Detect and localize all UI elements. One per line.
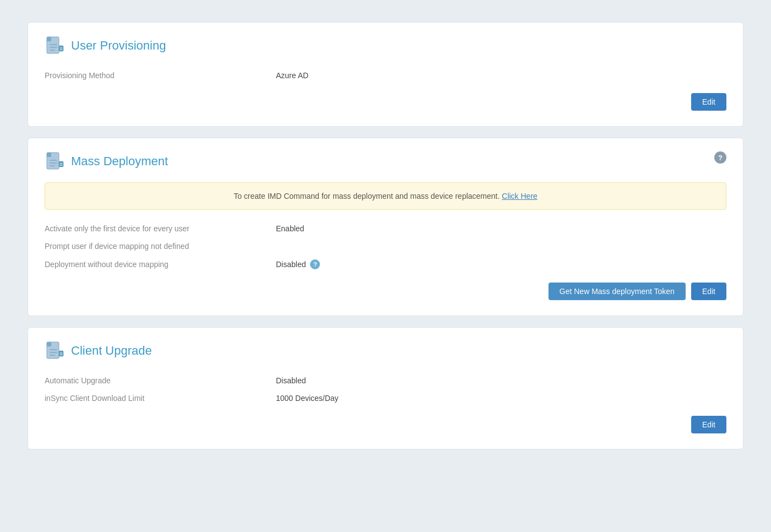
- automatic-upgrade-value: Disabled: [276, 376, 306, 385]
- svg-rect-5: [59, 46, 63, 51]
- user-provisioning-icon: [45, 36, 64, 56]
- mass-deployment-card: Mass Deployment ? To create IMD Command …: [28, 138, 743, 316]
- get-token-button[interactable]: Get New Mass deployment Token: [549, 283, 686, 300]
- mass-deployment-header: Mass Deployment: [45, 151, 726, 171]
- mass-deployment-icon: [45, 151, 64, 171]
- mass-deployment-actions: Get New Mass deployment Token Edit: [45, 283, 726, 300]
- help-icon[interactable]: ?: [714, 151, 726, 164]
- prompt-user-row: Prompt user if device mapping not define…: [45, 237, 726, 255]
- deployment-without-mapping-value: Disabled ?: [276, 259, 320, 269]
- client-upgrade-edit-button[interactable]: Edit: [691, 416, 726, 433]
- user-provisioning-edit-button[interactable]: Edit: [691, 93, 726, 111]
- user-provisioning-card: User Provisioning Provisioning Method Az…: [28, 22, 743, 127]
- svg-rect-21: [59, 351, 63, 356]
- provisioning-method-label: Provisioning Method: [45, 71, 276, 80]
- banner-link[interactable]: Click Here: [502, 192, 537, 200]
- svg-rect-13: [59, 161, 63, 167]
- provisioning-method-row: Provisioning Method Azure AD: [45, 67, 726, 84]
- mass-deployment-help-button[interactable]: ?: [714, 151, 726, 164]
- activate-first-device-value: Enabled: [276, 224, 304, 233]
- mass-deployment-banner: To create IMD Command for mass deploymen…: [45, 182, 726, 210]
- banner-text: To create IMD Command for mass deploymen…: [234, 192, 499, 200]
- client-upgrade-icon: [45, 341, 64, 361]
- download-limit-row: inSync Client Download Limit 1000 Device…: [45, 389, 726, 407]
- deployment-without-mapping-label: Deployment without device mapping: [45, 260, 276, 269]
- prompt-user-label: Prompt user if device mapping not define…: [45, 242, 276, 251]
- deployment-without-mapping-row: Deployment without device mapping Disabl…: [45, 255, 726, 274]
- activate-first-device-label: Activate only the first device for every…: [45, 224, 276, 233]
- client-upgrade-actions: Edit: [45, 416, 726, 433]
- automatic-upgrade-row: Automatic Upgrade Disabled: [45, 372, 726, 389]
- client-upgrade-title: Client Upgrade: [71, 344, 152, 358]
- svg-rect-9: [47, 153, 51, 157]
- client-upgrade-card: Client Upgrade Automatic Upgrade Disable…: [28, 327, 743, 449]
- user-provisioning-header: User Provisioning: [45, 36, 726, 56]
- svg-rect-1: [47, 37, 51, 41]
- user-provisioning-title: User Provisioning: [71, 39, 166, 53]
- automatic-upgrade-label: Automatic Upgrade: [45, 376, 276, 385]
- deployment-help-icon[interactable]: ?: [310, 259, 320, 269]
- client-upgrade-header: Client Upgrade: [45, 341, 726, 361]
- page-container: User Provisioning Provisioning Method Az…: [28, 22, 743, 449]
- user-provisioning-actions: Edit: [45, 93, 726, 111]
- download-limit-label: inSync Client Download Limit: [45, 394, 276, 403]
- mass-deployment-edit-button[interactable]: Edit: [691, 283, 726, 300]
- mass-deployment-title: Mass Deployment: [71, 154, 168, 169]
- download-limit-value: 1000 Devices/Day: [276, 394, 339, 403]
- svg-rect-17: [47, 342, 51, 346]
- provisioning-method-value: Azure AD: [276, 71, 308, 80]
- activate-first-device-row: Activate only the first device for every…: [45, 220, 726, 237]
